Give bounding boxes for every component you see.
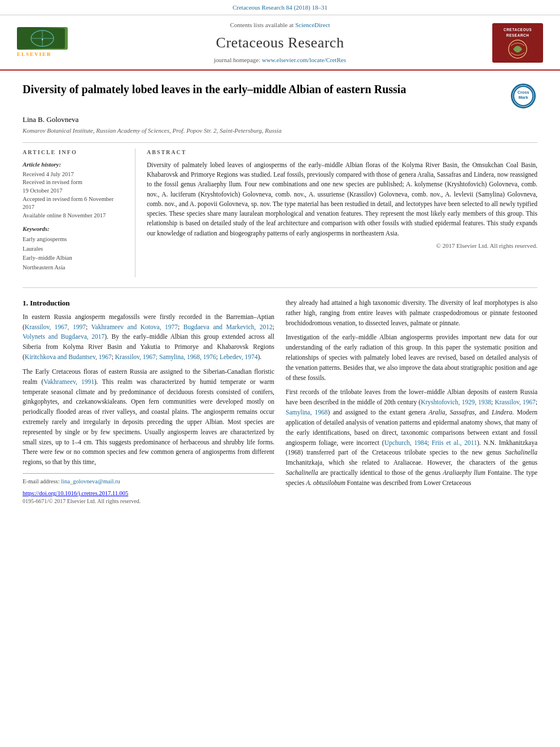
body-right-column: they already had attained a high taxonom…: [286, 298, 537, 506]
keyword-1: Early angiosperms: [23, 235, 126, 244]
keywords-list: Early angiosperms Laurales Early–middle …: [23, 235, 126, 273]
body-content: 1. Introduction In eastern Russia angios…: [23, 298, 537, 506]
homepage-line: journal homepage: www.elsevier.com/locat…: [79, 56, 481, 65]
svg-text:Cross: Cross: [518, 90, 529, 95]
received-revised-label: Received in revised form: [23, 178, 126, 187]
email-label: E-mail address:: [23, 478, 60, 484]
body-paragraph-2: The Early Cretaceous floras of eastern R…: [23, 367, 274, 468]
divider-2: [23, 287, 537, 288]
svg-text:✦: ✦: [41, 38, 44, 41]
keyword-3: Early–middle Albian: [23, 254, 126, 263]
article-info-section-label: ARTICLE INFO: [23, 148, 126, 157]
crossmark-badge[interactable]: Cross Mark: [509, 82, 537, 110]
issn-line: 0195-6671/© 2017 Elsevier Ltd. All right…: [23, 497, 274, 506]
ref-krassilov-1967b[interactable]: Krassilov, 1967: [495, 399, 535, 405]
elsevier-logo: ✦ ELSEVIER: [17, 27, 73, 58]
doi-line: https://doi.org/10.1016/j.cretres.2017.1…: [23, 489, 274, 497]
journal-title: Cretaceous Research: [79, 32, 481, 54]
keyword-4: Northeastern Asia: [23, 263, 126, 273]
ref-krassilov-samylina[interactable]: Krassilov, 1967; Samylina, 1968, 1976: [115, 353, 216, 360]
contents-available-line: Contents lists available at ScienceDirec…: [79, 21, 481, 30]
abstract-section-label: ABSTRACT: [147, 148, 537, 157]
svg-text:CRETACEOUS: CRETACEOUS: [504, 28, 532, 32]
cretaceous-research-logo: CRETACEOUS RESEARCH: [492, 23, 543, 63]
body-paragraph-5: First records of the trilobate leaves fr…: [286, 387, 537, 488]
main-content: Diversity of palmately lobed leaves in t…: [0, 71, 560, 517]
article-history-group: Article history: Received 4 July 2017 Re…: [23, 160, 126, 220]
ref-vakhrameev[interactable]: Vakhrameev and Kotova, 1977: [91, 324, 178, 330]
footnote-area: E-mail address: lina_golovneva@mail.ru: [23, 473, 274, 486]
svg-text:RESEARCH: RESEARCH: [506, 33, 529, 37]
author-affiliation: Komarov Botanical Institute, Russian Aca…: [23, 126, 537, 136]
ref-upchurch[interactable]: Upchurch, 1984: [384, 439, 427, 446]
article-info-column: ARTICLE INFO Article history: Received 4…: [23, 148, 135, 277]
body-paragraph-4: Investigation of the early–middle Albian…: [286, 333, 537, 383]
ref-krassilov-1967[interactable]: Krassilov, 1967, 1997: [25, 324, 86, 330]
two-col-section: ARTICLE INFO Article history: Received 4…: [23, 148, 537, 277]
author-name: Lina B. Golovneva: [23, 115, 537, 125]
abstract-column: ABSTRACT Diversity of palmately lobed le…: [147, 148, 537, 277]
banner-right: CRETACEOUS RESEARCH: [481, 23, 543, 63]
contents-text: Contents lists available at: [230, 21, 294, 28]
received-date: Received 4 July 2017: [23, 171, 126, 179]
ref-volynets[interactable]: Volynets and Bugdaeva, 2017: [23, 333, 104, 340]
elsevier-logo-image: ✦: [17, 27, 68, 50]
article-title: Diversity of palmately lobed leaves in t…: [23, 82, 406, 97]
keyword-2: Laurales: [23, 244, 126, 254]
journal-citation-text: Cretaceous Research 84 (2018) 18–31: [233, 4, 327, 11]
ref-samylina-1968[interactable]: Samylina, 1968: [286, 409, 328, 416]
keywords-title: Keywords:: [23, 225, 126, 234]
journal-citation-bar: Cretaceous Research 84 (2018) 18–31: [0, 0, 560, 15]
banner-center: Contents lists available at ScienceDirec…: [79, 21, 481, 65]
intro-heading: 1. Introduction: [23, 298, 274, 309]
svg-text:Mark: Mark: [519, 95, 529, 100]
ref-bugdaeva[interactable]: Bugdaeva and Markevich, 2012: [183, 324, 273, 330]
ref-vakhrameev-1991[interactable]: Vakhrameev, 1991: [43, 378, 94, 385]
body-paragraph-3: they already had attained a high taxonom…: [286, 298, 537, 328]
ref-friis[interactable]: Friis et al., 2011: [432, 439, 477, 446]
elsevier-text: ELSEVIER: [17, 51, 52, 58]
ref-lebedev[interactable]: Lebedev, 1974: [220, 353, 258, 360]
keywords-group: Keywords: Early angiosperms Laurales Ear…: [23, 225, 126, 273]
divider-1: [23, 142, 537, 143]
received-revised-date: 19 October 2017: [23, 187, 126, 195]
article-history-title: Article history:: [23, 160, 126, 169]
body-left-column: 1. Introduction In eastern Russia angios…: [23, 298, 274, 506]
homepage-text: journal homepage:: [214, 56, 260, 63]
doi-link[interactable]: https://doi.org/10.1016/j.cretres.2017.1…: [23, 490, 128, 496]
ref-kiritchkova[interactable]: Kiritchkova and Budantsev, 1967: [25, 353, 112, 360]
body-paragraph-1: In eastern Russia angiosperm megafossils…: [23, 312, 274, 362]
article-title-section: Diversity of palmately lobed leaves in t…: [23, 82, 537, 110]
copyright-line: © 2017 Elsevier Ltd. All rights reserved…: [147, 242, 537, 251]
crossmark-circle: Cross Mark: [511, 84, 536, 108]
available-online-date: Available online 8 November 2017: [23, 212, 126, 220]
email-link[interactable]: lina_golovneva@mail.ru: [61, 478, 120, 484]
banner-left: ✦ ELSEVIER: [17, 27, 79, 58]
ref-kryshtofovich[interactable]: Kryshtofovich, 1929, 1938: [421, 399, 491, 405]
science-direct-link[interactable]: ScienceDirect: [295, 21, 330, 28]
homepage-link[interactable]: www.elsevier.com/locate/CretRes: [262, 56, 346, 63]
page: Cretaceous Research 84 (2018) 18–31 ✦ EL…: [0, 0, 560, 747]
journal-banner: ✦ ELSEVIER Contents lists available at S…: [0, 15, 560, 71]
accepted-date: Accepted in revised form 6 November 2017: [23, 195, 126, 212]
abstract-text: Diversity of palmately lobed leaves of a…: [147, 160, 537, 238]
